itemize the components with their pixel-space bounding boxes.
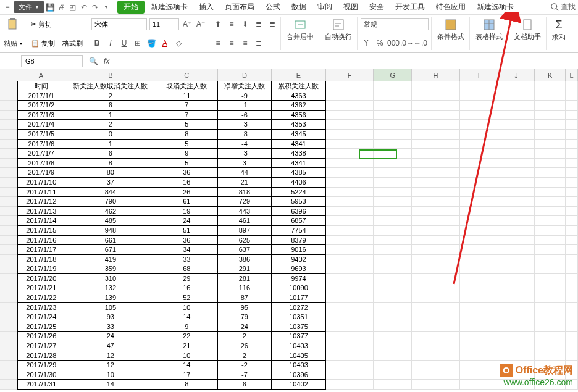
col-header-D[interactable]: D [218, 69, 272, 81]
header-cell[interactable] [566, 81, 578, 91]
data-cell[interactable]: 2017/1/30 [17, 370, 65, 380]
align-center-icon[interactable]: ≡ [226, 38, 237, 49]
data-cell[interactable] [326, 168, 374, 178]
data-cell[interactable] [566, 303, 578, 313]
data-cell[interactable] [566, 283, 578, 293]
data-cell[interactable] [460, 101, 498, 111]
data-cell[interactable]: 2017/1/3 [17, 111, 65, 120]
data-cell[interactable] [374, 370, 412, 380]
data-cell[interactable]: 461 [218, 216, 272, 226]
data-cell[interactable] [498, 140, 535, 149]
data-cell[interactable] [460, 303, 498, 313]
data-cell[interactable]: 139 [65, 293, 156, 303]
data-cell[interactable] [498, 216, 535, 226]
data-cell[interactable]: 132 [65, 283, 156, 293]
data-cell[interactable]: -9 [218, 91, 272, 101]
data-cell[interactable] [412, 293, 460, 303]
header-cell[interactable] [374, 81, 412, 91]
data-cell[interactable]: 14 [156, 312, 218, 322]
data-cell[interactable]: -3 [218, 149, 272, 159]
data-cell[interactable] [566, 312, 578, 322]
data-cell[interactable] [326, 322, 374, 332]
cut-button[interactable]: ✂ 剪切 [28, 19, 54, 30]
data-cell[interactable]: 2 [218, 351, 272, 361]
comma-icon[interactable]: 000 [388, 38, 399, 49]
data-cell[interactable] [326, 178, 374, 188]
row-header[interactable] [0, 168, 17, 178]
data-cell[interactable]: 8 [156, 380, 218, 390]
data-cell[interactable] [412, 168, 460, 178]
data-cell[interactable] [535, 322, 566, 332]
data-cell[interactable]: 5 [156, 159, 218, 169]
tab-formula[interactable]: 公式 [261, 1, 285, 14]
data-cell[interactable] [374, 111, 412, 120]
row-header[interactable] [0, 140, 17, 149]
tab-features[interactable]: 特色应用 [431, 1, 471, 14]
data-cell[interactable] [412, 188, 460, 198]
data-cell[interactable] [535, 274, 566, 284]
data-cell[interactable] [412, 120, 460, 130]
data-cell[interactable] [566, 207, 578, 217]
data-cell[interactable] [326, 188, 374, 198]
data-cell[interactable]: 2017/1/23 [17, 303, 65, 313]
data-cell[interactable]: 2017/1/28 [17, 351, 65, 361]
row-header[interactable] [0, 370, 17, 380]
data-cell[interactable] [498, 245, 535, 255]
data-cell[interactable] [566, 245, 578, 255]
data-cell[interactable]: 61 [156, 197, 218, 207]
data-cell[interactable]: 68 [156, 264, 218, 274]
data-cell[interactable] [374, 361, 412, 370]
col-header-G[interactable]: G [374, 69, 412, 81]
row-header[interactable] [0, 264, 17, 274]
data-cell[interactable] [412, 207, 460, 217]
data-cell[interactable]: 9974 [272, 274, 326, 284]
data-cell[interactable] [535, 168, 566, 178]
data-cell[interactable] [326, 130, 374, 140]
data-cell[interactable]: 10403 [272, 341, 326, 351]
data-cell[interactable]: 9 [156, 149, 218, 159]
data-cell[interactable] [374, 120, 412, 130]
data-cell[interactable] [498, 178, 535, 188]
row-header[interactable] [0, 81, 17, 91]
data-cell[interactable]: 4406 [272, 178, 326, 188]
data-cell[interactable]: 443 [218, 207, 272, 217]
bold-icon[interactable]: B [91, 38, 103, 49]
copy-button[interactable]: 📋 复制 [28, 38, 57, 49]
row-header[interactable] [0, 255, 17, 265]
data-cell[interactable] [374, 226, 412, 236]
row-header[interactable] [0, 322, 17, 332]
data-cell[interactable] [535, 245, 566, 255]
data-cell[interactable]: 24 [65, 332, 156, 341]
align-middle-icon[interactable]: ≡ [226, 19, 237, 30]
data-cell[interactable]: 462 [65, 207, 156, 217]
data-cell[interactable] [460, 283, 498, 293]
data-cell[interactable]: 291 [218, 264, 272, 274]
data-cell[interactable] [412, 274, 460, 284]
save-icon[interactable]: 💾 [46, 2, 56, 12]
data-cell[interactable]: 485 [65, 216, 156, 226]
data-cell[interactable] [374, 236, 412, 246]
data-cell[interactable] [535, 351, 566, 361]
data-cell[interactable] [326, 361, 374, 370]
row-header[interactable] [0, 178, 17, 188]
fx-label[interactable]: fx [104, 57, 109, 65]
data-cell[interactable] [460, 361, 498, 370]
row-header[interactable] [0, 130, 17, 140]
data-cell[interactable] [535, 91, 566, 101]
data-cell[interactable]: 9693 [272, 264, 326, 274]
data-cell[interactable] [374, 312, 412, 322]
header-cell[interactable]: 时间 [17, 81, 65, 91]
row-header[interactable] [0, 380, 17, 390]
data-cell[interactable]: 7 [156, 111, 218, 120]
data-cell[interactable]: 10396 [272, 370, 326, 380]
data-cell[interactable] [374, 216, 412, 226]
row-header[interactable] [0, 149, 17, 159]
data-cell[interactable] [374, 159, 412, 169]
header-cell[interactable] [326, 81, 374, 91]
row-header[interactable] [0, 293, 17, 303]
data-cell[interactable] [412, 283, 460, 293]
data-cell[interactable]: 637 [218, 245, 272, 255]
header-cell[interactable]: 新关注人数取消关注人数 [65, 81, 156, 91]
data-cell[interactable]: 19 [156, 207, 218, 217]
data-cell[interactable]: 2017/1/1 [17, 91, 65, 101]
